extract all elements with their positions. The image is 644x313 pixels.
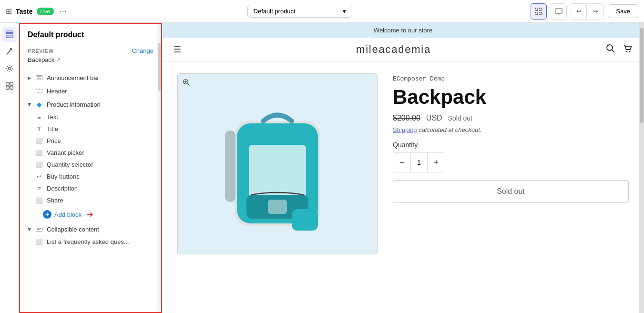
svg-rect-20 xyxy=(36,227,42,232)
shipping-link[interactable]: Shipping xyxy=(393,126,417,133)
expand-icon: ▶ xyxy=(27,102,32,106)
undo-redo-group: ↩ ↪ xyxy=(571,3,604,20)
top-bar-right: ↩ ↪ Save xyxy=(531,3,638,20)
description-icon: ≡ xyxy=(35,185,43,192)
product-information-label: Product information xyxy=(47,101,153,108)
header-icon xyxy=(35,87,43,95)
header-icons xyxy=(606,44,633,56)
buy-buttons-icon: ↩ xyxy=(35,173,43,180)
add-block-row[interactable]: + Add block ➜ xyxy=(28,206,161,222)
tree-child-text[interactable]: ≡ Text xyxy=(28,111,161,123)
collapsible-content-label: Collapsible content xyxy=(47,226,153,233)
live-badge: Live xyxy=(37,8,54,15)
selection-tool-button[interactable] xyxy=(531,3,547,20)
preview-value[interactable]: Backpack ↗ xyxy=(20,56,161,69)
tree-section: ▶ Announcement bar ▶ H xyxy=(20,69,161,250)
preview-scrollbar[interactable] xyxy=(639,23,644,313)
external-link-icon: ↗ xyxy=(56,57,61,63)
buy-buttons-label: Buy buttons xyxy=(47,173,80,180)
text-label: Text xyxy=(47,113,58,121)
chevron-down-icon: ▾ xyxy=(343,8,346,15)
tree-child-quantity-selector[interactable]: ⬜ Quantity selector xyxy=(28,159,161,171)
more-options-button[interactable]: ··· xyxy=(58,6,69,16)
svg-rect-7 xyxy=(6,31,12,33)
desktop-preview-button[interactable] xyxy=(551,3,567,20)
description-label: Description xyxy=(47,185,78,192)
product-title: Backpack xyxy=(393,86,629,108)
price-label: Price xyxy=(47,137,61,144)
svg-rect-15 xyxy=(10,86,12,89)
quantity-label: Quantity xyxy=(393,141,629,149)
grid-icon[interactable]: ⊞ xyxy=(6,7,12,16)
store-header: ☰ mileacademia xyxy=(162,38,644,62)
announcement-bar-preview: Welcome to our store xyxy=(162,23,644,38)
expand-icon: ▶ xyxy=(27,227,32,231)
product-brand: EComposer Demo xyxy=(393,75,629,82)
svg-rect-9 xyxy=(6,36,12,38)
svg-rect-37 xyxy=(268,200,287,214)
quantity-minus-button[interactable]: − xyxy=(393,153,410,172)
collapsible-content-icon xyxy=(35,225,43,233)
preview-scroll-thumb xyxy=(640,28,644,123)
svg-rect-0 xyxy=(535,8,538,10)
search-icon[interactable] xyxy=(606,44,615,56)
tree-child-faq[interactable]: ⬜ List a frequently asked ques... xyxy=(28,236,161,248)
product-details: EComposer Demo Backpack $200.00 USD Sold… xyxy=(393,73,629,254)
faq-label: List a frequently asked ques... xyxy=(47,238,129,245)
panel: Default product PREVIEW Change Backpack … xyxy=(19,23,162,313)
svg-rect-8 xyxy=(6,33,12,35)
product-selector-label: Default product xyxy=(254,8,296,15)
undo-button[interactable]: ↩ xyxy=(571,3,587,20)
title-icon: T xyxy=(35,126,43,132)
tree-child-description[interactable]: ≡ Description xyxy=(28,182,161,194)
title-label: Title xyxy=(47,125,58,132)
price-icon: ⬜ xyxy=(35,138,43,144)
quantity-plus-button[interactable]: + xyxy=(428,153,445,172)
preview-product-name: Backpack xyxy=(28,56,54,63)
svg-point-11 xyxy=(8,67,10,70)
sidebar-icon-blocks[interactable] xyxy=(2,78,17,93)
svg-point-23 xyxy=(607,45,613,50)
sold-out-button[interactable]: Sold out xyxy=(393,180,629,203)
tree-item-header[interactable]: ▶ Header xyxy=(20,84,161,98)
announcement-text: Welcome to our store xyxy=(374,27,432,34)
product-image-wrapper xyxy=(177,73,378,254)
tree-item-announcement-bar[interactable]: ▶ Announcement bar xyxy=(20,71,161,84)
tree-item-collapsible-content[interactable]: ▶ Collapsible content xyxy=(20,222,161,236)
save-button[interactable]: Save xyxy=(608,4,638,18)
sold-out-badge: Sold out xyxy=(448,114,472,122)
price-row: $200.00 USD Sold out xyxy=(393,114,629,122)
currency: USD xyxy=(426,114,442,122)
tree-child-title[interactable]: T Title xyxy=(28,123,161,135)
svg-rect-2 xyxy=(540,8,542,10)
tree-child-buy-buttons[interactable]: ↩ Buy buttons xyxy=(28,171,161,182)
sidebar-icon-settings[interactable] xyxy=(2,61,17,76)
cart-icon[interactable] xyxy=(623,44,633,56)
product-layout: EComposer Demo Backpack $200.00 USD Sold… xyxy=(162,62,644,266)
tree-item-product-information[interactable]: ▶ ◆ Product information xyxy=(20,98,161,111)
redo-button[interactable]: ↪ xyxy=(588,3,604,20)
product-selector-dropdown[interactable]: Default product ▾ xyxy=(247,5,352,18)
svg-rect-36 xyxy=(292,209,318,231)
sidebar-icon-brush[interactable] xyxy=(2,44,17,59)
svg-line-28 xyxy=(187,83,189,85)
sidebar-icon-layers[interactable] xyxy=(2,27,17,42)
tree-child-variant-picker[interactable]: ⬜ Variant picker xyxy=(28,147,161,159)
product-price: $200.00 xyxy=(393,114,420,122)
tree-child-price[interactable]: ⬜ Price xyxy=(28,135,161,147)
faq-icon: ⬜ xyxy=(35,239,43,245)
zoom-icon[interactable] xyxy=(183,79,190,88)
change-link[interactable]: Change xyxy=(132,47,153,54)
hamburger-menu-icon[interactable]: ☰ xyxy=(174,44,181,55)
top-bar: ⊞ Taste Live ··· Default product ▾ xyxy=(0,0,644,23)
variant-picker-icon: ⬜ xyxy=(35,150,43,156)
add-block-circle-icon: + xyxy=(43,210,51,219)
svg-line-24 xyxy=(612,50,614,52)
share-icon: ⬜ xyxy=(35,197,43,204)
main-layout: Default product PREVIEW Change Backpack … xyxy=(0,23,644,313)
header-label: Header xyxy=(47,88,153,95)
shipping-calc-text: calculated at checkout. xyxy=(419,126,481,133)
add-block-label: Add block xyxy=(54,211,82,218)
announcement-bar-icon xyxy=(35,74,43,81)
tree-child-share[interactable]: ⬜ Share xyxy=(28,194,161,206)
